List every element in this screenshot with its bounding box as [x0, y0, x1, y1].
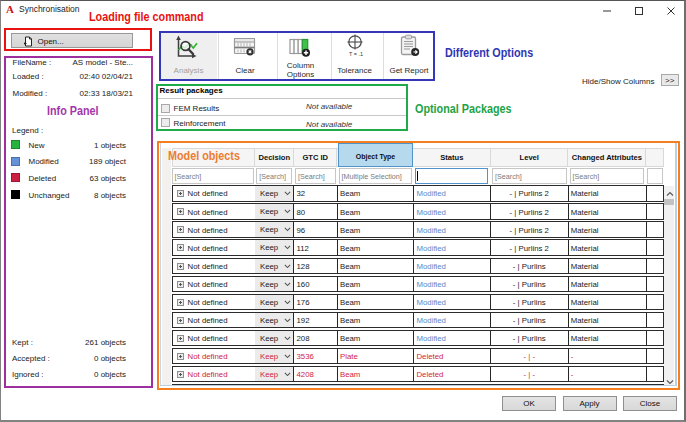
svg-text:A: A [6, 3, 14, 14]
